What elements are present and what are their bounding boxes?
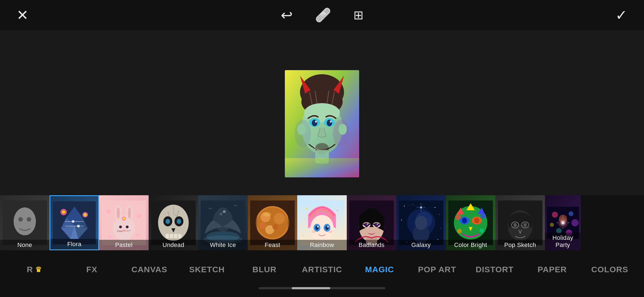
svg-rect-88 — [250, 200, 257, 245]
svg-text:✦: ✦ — [302, 234, 305, 237]
svg-point-60 — [136, 233, 140, 237]
filter-strip: None — [0, 195, 644, 250]
svg-point-42 — [77, 225, 80, 227]
svg-point-96 — [317, 226, 319, 227]
toolbar-center: ↩ 🩹 ⊞ — [281, 8, 364, 22]
svg-point-58 — [137, 214, 141, 218]
svg-point-47 — [117, 207, 120, 219]
cat-paper-label: PAPER — [537, 265, 567, 274]
cat-sketch-label: SKETCH — [189, 265, 225, 274]
undo-button[interactable]: ↩ — [281, 8, 293, 22]
svg-point-16 — [330, 120, 332, 123]
scroll-thumb — [292, 287, 330, 289]
svg-point-109 — [367, 223, 368, 225]
cat-popart-label: POP ART — [418, 265, 456, 274]
cat-tab-magic[interactable]: MAGIC — [351, 265, 408, 274]
filter-rainbow[interactable]: ✦ ✦ ✦ Rainbow — [297, 195, 347, 250]
filter-feast-label: Feast — [248, 240, 297, 250]
cat-tab-blur[interactable]: BLUR — [236, 265, 293, 274]
filter-none[interactable]: None — [0, 195, 50, 250]
svg-point-137 — [457, 229, 462, 233]
svg-point-50 — [123, 218, 125, 220]
cat-tab-colors[interactable]: COLORS — [581, 265, 638, 274]
svg-rect-89 — [288, 200, 295, 245]
filter-holidayparty-label: Holiday Party — [545, 233, 581, 250]
svg-point-128 — [420, 206, 422, 208]
svg-point-59 — [108, 235, 111, 238]
filter-feast[interactable]: Feast — [248, 195, 297, 250]
filter-whiteice-label: White Ice — [198, 240, 248, 250]
svg-point-76 — [224, 211, 225, 212]
svg-point-38 — [84, 213, 86, 216]
svg-point-117 — [401, 219, 402, 220]
filter-pastel[interactable]: Pastel — [99, 195, 149, 250]
cat-tab-canvas[interactable]: CANVAS — [121, 265, 178, 274]
crown-icon: ♛ — [35, 265, 42, 274]
svg-point-106 — [365, 223, 369, 227]
svg-point-162 — [558, 218, 568, 228]
cat-distort-label: DISTORT — [476, 265, 514, 274]
cat-colors-label: COLORS — [591, 265, 628, 274]
filter-holidayparty[interactable]: Holiday Party — [545, 195, 581, 250]
cat-tab-sketch[interactable]: SKETCH — [178, 265, 236, 274]
toolbar: ✕ ↩ 🩹 ⊞ ✓ — [0, 0, 644, 30]
cat-tab-filter[interactable]: R ♛ — [6, 265, 63, 274]
svg-point-98 — [312, 230, 316, 233]
svg-point-148 — [523, 223, 527, 227]
filter-rainbow-label: Rainbow — [297, 240, 347, 250]
cat-tab-fx[interactable]: FX — [63, 265, 121, 274]
svg-point-146 — [514, 223, 517, 227]
filter-galaxy-label: Galaxy — [396, 240, 446, 250]
close-button[interactable]: ✕ — [17, 8, 29, 22]
canvas-area — [0, 30, 644, 217]
scroll-indicator — [259, 287, 385, 289]
svg-text:✦: ✦ — [336, 209, 339, 213]
cat-blur-label: BLUR — [252, 265, 276, 274]
svg-point-53 — [122, 230, 125, 231]
filter-none-label: None — [0, 240, 50, 250]
svg-point-99 — [328, 230, 332, 233]
cat-tab-popart[interactable]: POP ART — [408, 265, 466, 274]
filter-flora[interactable]: Flora — [50, 195, 99, 250]
filter-whiteice[interactable]: White Ice — [198, 195, 248, 250]
svg-point-156 — [550, 223, 554, 227]
svg-point-110 — [376, 223, 378, 225]
category-tabs: R ♛ FX CANVAS SKETCH BLUR ARTISTIC MAGIC… — [0, 256, 644, 283]
svg-point-108 — [375, 223, 378, 227]
confirm-button[interactable]: ✓ — [615, 8, 627, 22]
svg-point-97 — [327, 226, 329, 227]
cat-tab-distort[interactable]: DISTORT — [466, 265, 523, 274]
filter-colorbright-label: Color Bright — [446, 240, 495, 250]
filter-undead[interactable]: Undead — [149, 195, 198, 250]
filter-badlands[interactable]: Badlands — [347, 195, 396, 250]
svg-point-26 — [18, 217, 23, 222]
filter-badlands-label: Badlands — [347, 240, 396, 250]
cat-filter-label: R — [27, 265, 33, 274]
toolbar-right: ✓ — [572, 8, 627, 22]
eraser-button[interactable]: 🩹 — [315, 9, 331, 22]
svg-point-116 — [439, 214, 440, 215]
svg-point-62 — [158, 205, 189, 241]
filter-colorbright[interactable]: Color Bright — [446, 195, 495, 250]
cat-magic-label: MAGIC — [365, 265, 394, 274]
filter-pastel-label: Pastel — [99, 240, 149, 250]
filter-popsketch[interactable]: Pop Sketch — [495, 195, 545, 250]
svg-point-48 — [128, 207, 131, 219]
layers-button[interactable]: ⊞ — [353, 9, 364, 21]
filter-galaxy[interactable]: Galaxy — [396, 195, 446, 250]
svg-point-36 — [62, 210, 65, 214]
cat-tab-paper[interactable]: PAPER — [523, 265, 581, 274]
svg-rect-67 — [166, 234, 169, 238]
svg-text:✦: ✦ — [305, 207, 309, 211]
svg-point-113 — [404, 206, 405, 207]
svg-point-132 — [462, 218, 467, 223]
svg-point-83 — [274, 213, 285, 224]
filter-flora-label: Flora — [50, 239, 98, 249]
svg-point-155 — [568, 211, 573, 216]
svg-rect-21 — [285, 158, 359, 177]
svg-point-27 — [27, 217, 31, 222]
svg-point-153 — [552, 212, 558, 218]
svg-point-87 — [263, 212, 271, 217]
cat-tab-artistic[interactable]: ARTISTIC — [293, 265, 351, 274]
artwork-canvas — [285, 70, 359, 177]
